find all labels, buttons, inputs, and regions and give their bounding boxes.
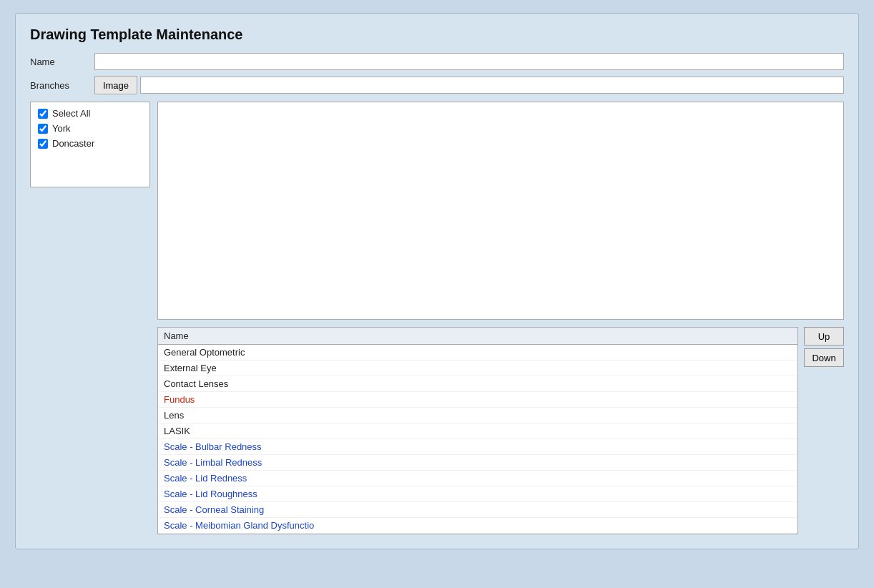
- table-row[interactable]: Scale - Limbal Redness: [158, 455, 797, 471]
- checkbox-list: Select AllYorkDoncaster: [30, 102, 150, 187]
- up-button[interactable]: Up: [804, 327, 844, 346]
- table-row[interactable]: Contact Lenses: [158, 376, 797, 392]
- branches-row: Branches Image: [30, 76, 844, 94]
- table-body: General OptometricExternal EyeContact Le…: [158, 345, 797, 534]
- name-label: Name: [30, 57, 94, 67]
- name-row: Name: [30, 53, 844, 70]
- image-preview-area: [157, 102, 844, 320]
- table-row[interactable]: Fundus: [158, 392, 797, 408]
- table-row[interactable]: Scale - Corneal Staining: [158, 502, 797, 518]
- content-area: Select AllYorkDoncaster Name General Opt…: [30, 102, 844, 534]
- checkbox-label-select-all: Select All: [52, 108, 90, 119]
- checkbox-item-select-all[interactable]: Select All: [38, 108, 142, 119]
- table-row[interactable]: Lens: [158, 408, 797, 423]
- table-row[interactable]: External Eye: [158, 361, 797, 376]
- table-row[interactable]: General Optometric: [158, 345, 797, 361]
- table-row[interactable]: Scale - Meibomian Gland Dysfunctio: [158, 518, 797, 534]
- button-panel: Up Down: [804, 327, 844, 367]
- checkbox-item-doncaster[interactable]: Doncaster: [38, 138, 142, 149]
- page-title: Drawing Template Maintenance: [30, 26, 844, 43]
- checkbox-label-york: York: [52, 123, 71, 134]
- name-input[interactable]: [94, 53, 844, 70]
- down-button[interactable]: Down: [804, 348, 844, 367]
- table-row[interactable]: LASIK: [158, 423, 797, 439]
- table-section: Name General OptometricExternal EyeConta…: [157, 327, 844, 534]
- left-panel: Select AllYorkDoncaster: [30, 102, 150, 534]
- checkbox-label-doncaster: Doncaster: [52, 138, 94, 149]
- main-container: Drawing Template Maintenance Name Branch…: [15, 13, 859, 549]
- right-panel: Name General OptometricExternal EyeConta…: [157, 102, 844, 534]
- checkbox-item-york[interactable]: York: [38, 123, 142, 134]
- checkbox-york[interactable]: [38, 124, 48, 134]
- image-button[interactable]: Image: [94, 76, 137, 94]
- table-row[interactable]: Scale - Lid Roughness: [158, 486, 797, 502]
- branches-input[interactable]: [140, 77, 844, 94]
- branches-label: Branches: [30, 80, 94, 91]
- table-row[interactable]: Scale - Lid Redness: [158, 471, 797, 486]
- table-header: Name: [158, 328, 797, 345]
- checkbox-select-all[interactable]: [38, 109, 48, 119]
- checkbox-doncaster[interactable]: [38, 139, 48, 149]
- table-wrapper: Name General OptometricExternal EyeConta…: [157, 327, 798, 534]
- table-row[interactable]: Scale - Bulbar Redness: [158, 439, 797, 455]
